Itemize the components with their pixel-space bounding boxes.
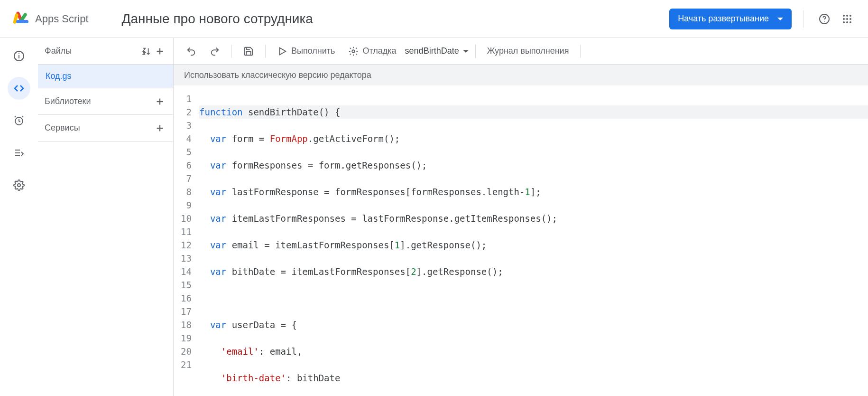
debug-icon [348,46,359,57]
libraries-section-header: Библиотеки [38,88,173,115]
undo-button[interactable] [181,43,201,59]
svg-point-12 [843,21,845,23]
debug-button[interactable]: Отладка [343,43,401,59]
redo-icon [210,46,220,57]
code-icon [13,83,25,94]
undo-icon [186,46,196,57]
divider [803,10,803,28]
svg-rect-3 [16,20,28,23]
execution-log-label: Журнал выполнения [487,46,569,56]
function-name: sendBirthDate [405,46,459,56]
svg-point-7 [846,15,848,17]
add-file-button[interactable] [153,45,166,58]
svg-point-14 [850,21,851,23]
file-item[interactable]: Код.gs [38,65,173,88]
separator [231,45,232,58]
help-button[interactable] [815,9,834,28]
plus-icon [155,123,165,133]
libraries-label: Библиотеки [45,96,153,106]
project-title[interactable]: Данные про нового сотрудника [122,11,313,27]
chevron-down-icon [777,18,783,20]
nav-executions[interactable] [8,141,30,164]
separator [580,45,581,58]
execution-log-button[interactable]: Журнал выполнения [482,43,574,59]
svg-marker-29 [280,47,286,55]
google-apps-button[interactable] [838,9,857,28]
product-name: Apps Script [35,13,89,25]
help-icon [819,13,830,25]
svg-point-5 [824,21,825,22]
save-button[interactable] [239,43,259,59]
services-label: Сервисы [45,123,153,133]
run-label: Выполнить [291,46,335,56]
nav-triggers[interactable] [8,109,30,132]
svg-point-17 [18,53,19,54]
svg-point-9 [843,18,845,20]
toolbar: Выполнить Отладка sendBirthDate Журнал в… [174,38,868,65]
code-editor[interactable]: 123456789101112131415161718192021 functi… [174,85,868,396]
plus-icon [155,96,165,107]
plus-icon [155,46,165,57]
svg-point-10 [846,18,848,20]
run-button[interactable]: Выполнить [272,43,340,59]
gutter: 123456789101112131415161718192021 [174,92,199,396]
svg-point-13 [846,21,848,23]
apps-grid-icon [841,13,853,25]
chevron-down-icon [463,50,469,53]
legacy-editor-link[interactable]: Использовать классическую версию редакто… [174,65,868,85]
sort-az-icon [141,46,152,57]
info-icon [13,50,25,62]
sort-button[interactable] [140,45,153,58]
deploy-button[interactable]: Начать развертывание [669,9,792,29]
function-picker[interactable]: sendBirthDate [405,46,469,56]
save-icon [243,46,254,57]
nav-settings[interactable] [8,174,30,197]
svg-point-11 [850,18,851,20]
logo-group: Apps Script [11,9,89,29]
executions-icon [13,147,25,159]
gear-icon [13,179,25,191]
separator [265,45,266,58]
add-service-button[interactable] [153,122,166,135]
left-nav-rail [0,38,38,396]
add-library-button[interactable] [153,95,166,108]
svg-point-8 [850,15,851,17]
nav-overview[interactable] [8,45,30,67]
apps-script-logo-icon [11,9,30,29]
main: Выполнить Отладка sendBirthDate Журнал в… [173,38,868,396]
files-label: Файлы [45,46,140,56]
code-content[interactable]: function sendBirthDate() { var form = Fo… [199,92,868,396]
sidebar: Файлы Код.gs Библиотеки Сервисы [38,38,173,396]
files-section-header: Файлы [38,38,173,65]
svg-point-6 [843,15,845,17]
debug-label: Отладка [362,46,396,56]
play-icon [277,46,287,57]
services-section-header: Сервисы [38,115,173,141]
separator [475,45,476,58]
header: Apps Script Данные про нового сотрудника… [0,0,868,38]
redo-button[interactable] [205,43,225,59]
nav-editor[interactable] [8,77,30,100]
deploy-label: Начать развертывание [678,14,769,24]
svg-point-30 [352,50,355,53]
clock-icon [13,115,25,126]
svg-point-22 [18,184,20,187]
